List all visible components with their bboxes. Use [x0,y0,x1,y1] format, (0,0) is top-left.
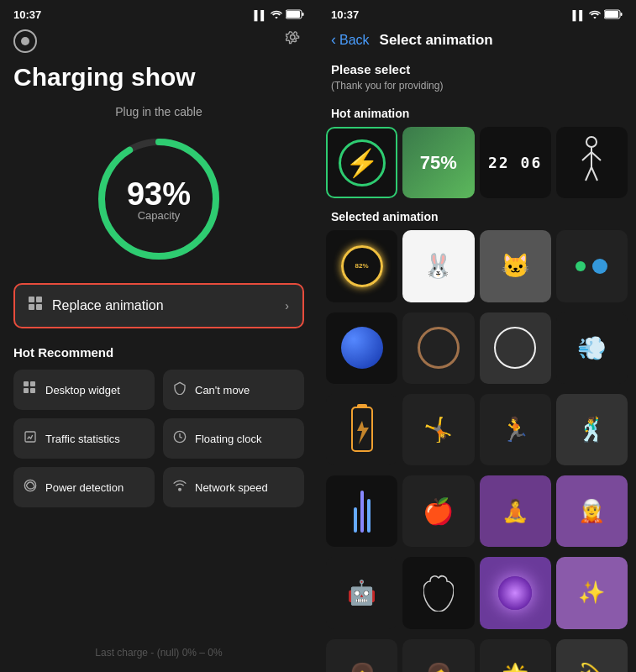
wifi-small-icon [173,479,187,496]
cat-icon: 🐱 [501,252,530,280]
sel-anim-9[interactable] [326,394,397,465]
traffic-stats-button[interactable]: Traffic statistics [13,418,155,459]
thank-you-text: (Thank you for providing) [318,80,636,100]
sel-anim-12[interactable]: 🕺 [556,394,628,465]
brown-ring [418,327,460,369]
replace-animation-button[interactable]: Replace animation › [13,283,304,328]
svg-rect-7 [36,297,42,302]
sel-anim-24[interactable]: 💫 [556,639,628,673]
sel-anim-21[interactable]: 👧 [326,639,397,673]
settings-icon[interactable] [286,30,304,53]
grid-small-icon [24,381,37,398]
svg-rect-1 [302,13,304,16]
network-speed-button[interactable]: Network speed [163,467,304,507]
sel-anim-4[interactable] [556,230,628,302]
cant-move-button[interactable]: Can't move [163,370,304,410]
sel-anim-8[interactable]: 💨 [556,312,628,384]
sel-anim-1[interactable]: 82% [326,230,397,302]
selected-animation-grid-3: 🤸 🏃 🕺 [318,394,636,470]
selected-animation-grid-5: 🤖 ✨ [318,557,636,633]
sel-anim-11[interactable]: 🏃 [480,394,551,465]
girl-purple-icon: 🧘 [502,498,528,524]
sel-anim-2[interactable]: 🐰 [402,230,474,302]
wave-icon [24,479,37,496]
right-nav: ‹ Back Select animation [318,26,636,57]
record-button[interactable] [13,29,37,53]
hot-anim-2[interactable]: 75% [402,127,474,198]
sel-anim-10[interactable]: 🤸 [402,394,474,465]
anime2-icon: 👩 [425,662,452,672]
replace-btn-left: Replace animation [29,297,164,315]
hot-animation-grid: ⚡ 75% 22 06 [318,127,636,203]
selected-animation-label: Selected animation [318,203,636,230]
svg-rect-12 [24,388,29,393]
sel-anim-6[interactable] [402,312,474,384]
hot-animation-label: Hot animation [318,100,636,127]
sel-anim-13[interactable] [326,475,397,547]
svg-line-24 [591,152,601,160]
left-status-icons: ▌▌ [254,9,304,21]
hot-anim-4[interactable] [556,127,628,198]
right-time: 10:37 [331,8,359,21]
pct-text: 75% [420,152,457,174]
ring-label: 82% [355,262,369,270]
sel-anim-16[interactable]: 🧝 [556,475,628,547]
right-status-bar: 10:37 ▌▌ [318,0,636,26]
svg-rect-28 [357,404,367,408]
select-animation-title: Select animation [380,32,493,49]
sel-anim-14[interactable]: 🍎 [402,475,474,547]
sel-anim-7[interactable] [480,312,551,384]
sel-anim-5[interactable] [326,312,397,384]
selected-animation-grid-2: 💨 [318,312,636,389]
time-display: 22 06 [488,154,542,171]
svg-rect-13 [30,388,35,393]
dots-container [576,259,607,274]
smoke-icon: 💨 [577,334,607,362]
hot-anim-1[interactable]: ⚡ [326,127,397,198]
sel-anim-22[interactable]: 👩 [402,639,474,673]
selected-animation-grid-4: 🍎 🧘 🧝 [318,475,636,552]
top-bar [0,26,318,60]
battery-circle-container: 93% Capacity [0,132,318,266]
right-panel: 10:37 ▌▌ ‹ Back Select animation Please … [318,0,636,672]
sel-anim-3[interactable]: 🐱 [480,230,551,302]
apple-outline-svg [423,575,454,612]
dancer3-icon: 🕺 [577,416,607,444]
last-charge-text: Last charge - (null) 0% – 0% [0,633,318,672]
battery-circle: 93% Capacity [92,132,226,266]
power-detection-button[interactable]: Power detection [13,467,155,507]
hot-anim-3[interactable]: 22 06 [480,127,551,198]
white-ring [494,327,536,369]
svg-rect-2 [286,11,300,18]
neon-lines [354,491,371,533]
app-title: Charging show [0,60,318,105]
wifi-icon [271,10,282,20]
svg-rect-8 [29,304,34,310]
bunny-icon: 🐰 [423,252,453,280]
grid-icon [29,297,44,315]
svg-line-23 [582,152,591,160]
floating-clock-button[interactable]: Floating clock [163,418,304,459]
sel-anim-19[interactable] [480,557,551,628]
sel-anim-20[interactable]: ✨ [556,557,628,628]
r-battery-icon [604,9,623,21]
anime1-icon: 👧 [349,662,376,672]
replace-arrow-icon: › [285,299,289,312]
back-button[interactable]: Back [339,33,370,48]
r-signal-icon: ▌▌ [572,10,586,20]
svg-rect-11 [30,381,35,386]
battery-percent: 93% Capacity [127,176,191,222]
svg-rect-10 [24,381,29,386]
sel-anim-18[interactable] [402,557,474,628]
right-status-icons: ▌▌ [572,9,623,21]
blue-circle [341,327,383,369]
sel-anim-15[interactable]: 🧘 [480,475,551,547]
sel-anim-23[interactable]: 🌟 [480,639,551,673]
chart-icon [24,430,37,447]
svg-line-25 [586,167,591,181]
stick-figure-svg [570,134,612,192]
desktop-widget-button[interactable]: Desktop widget [13,370,155,410]
sel-anim-17[interactable]: 🤖 [326,557,397,628]
desktop-widget-label: Desktop widget [45,384,120,396]
back-chevron-icon[interactable]: ‹ [331,31,336,49]
